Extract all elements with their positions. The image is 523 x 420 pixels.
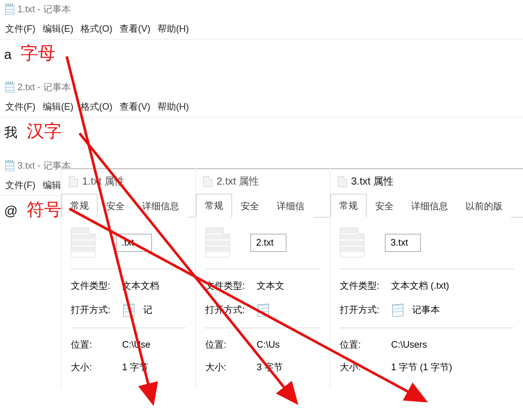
notepad-window-2: 2.txt - 记事本 文件(F) 编辑(E) 格式(O) 查看(V) 帮助(H… bbox=[0, 78, 523, 148]
file-type-value: 文本文 bbox=[257, 279, 320, 292]
file-type-value: 文本文档 (.txt) bbox=[391, 279, 514, 292]
editor-area[interactable]: 我 汉字 bbox=[0, 117, 523, 148]
menu-format[interactable]: 格式(O) bbox=[81, 23, 112, 35]
properties-dialog-2: 2.txt 属性 常规 安全 详细信 2.txt 文件类型: 文本文 打开方式:… bbox=[196, 168, 330, 389]
open-with-value: 记事本 bbox=[391, 302, 514, 317]
document-thumb-icon bbox=[205, 228, 230, 257]
file-icon bbox=[338, 176, 347, 187]
tab-security[interactable]: 安全 bbox=[98, 194, 133, 217]
tab-security[interactable]: 安全 bbox=[366, 194, 402, 217]
menu-view[interactable]: 查看(V) bbox=[120, 23, 150, 35]
location-label: 位置: bbox=[205, 338, 257, 351]
menu-edit[interactable]: 编辑(E) bbox=[43, 23, 73, 35]
file-type-label: 文件类型: bbox=[205, 279, 257, 292]
size-value: 1 字节 bbox=[122, 361, 186, 373]
tab-general[interactable]: 常规 bbox=[196, 194, 232, 217]
menu-view[interactable]: 查看(V) bbox=[120, 101, 150, 113]
location-value: C:\Use bbox=[122, 339, 186, 350]
tab-bar: 常规 安全 详细信 bbox=[196, 193, 330, 217]
title-bar[interactable]: 2.txt - 记事本 bbox=[0, 78, 523, 96]
menu-bar: 文件(F) 编辑(E) 格式(O) 查看(V) 帮助(H) bbox=[0, 18, 523, 39]
notepad-small-icon bbox=[391, 302, 406, 317]
properties-dialog-1: 1.txt 属性 常规 安全 详细信息 .txt 文件类型: 文本文档 打开方式… bbox=[62, 168, 195, 389]
notepad-app-icon bbox=[5, 160, 14, 171]
document-thumb-icon bbox=[71, 228, 95, 257]
notepad-app-icon bbox=[5, 82, 14, 93]
editor-text: a bbox=[4, 47, 11, 63]
menu-format[interactable]: 格式(O) bbox=[81, 101, 112, 113]
filename-input[interactable]: 3.txt bbox=[385, 234, 421, 252]
tab-details[interactable]: 详细信息 bbox=[402, 194, 457, 217]
notepad-small-icon bbox=[122, 302, 138, 317]
dialog-title-bar[interactable]: 1.txt 属性 bbox=[62, 169, 195, 193]
dialog-title: 2.txt 属性 bbox=[217, 174, 259, 188]
size-value: 3 字节 bbox=[257, 361, 320, 373]
window-title: 2.txt - 记事本 bbox=[17, 81, 71, 93]
size-label: 大小: bbox=[71, 361, 122, 373]
properties-dialog-3: 3.txt 属性 常规 安全 详细信息 以前的版 3.txt 文件类型: 文本文… bbox=[331, 168, 523, 389]
open-with-label: 打开方式: bbox=[205, 304, 257, 316]
notepad-window-1: 1.txt - 记事本 文件(F) 编辑(E) 格式(O) 查看(V) 帮助(H… bbox=[0, 0, 523, 70]
dialog-title-bar[interactable]: 2.txt 属性 bbox=[196, 169, 330, 193]
menu-file[interactable]: 文件(F) bbox=[5, 179, 35, 191]
annotation-hanzi: 汉字 bbox=[27, 119, 62, 143]
tab-details[interactable]: 详细信 bbox=[268, 194, 313, 217]
file-type-label: 文件类型: bbox=[340, 279, 391, 292]
tab-bar: 常规 安全 详细信息 以前的版 bbox=[331, 193, 523, 217]
location-label: 位置: bbox=[340, 338, 391, 351]
size-value: 1 字节 (1 字节) bbox=[391, 361, 514, 373]
tab-security[interactable]: 安全 bbox=[232, 194, 268, 217]
editor-text: @ bbox=[4, 203, 17, 219]
dialog-title-bar[interactable]: 3.txt 属性 bbox=[331, 169, 523, 193]
dialog-title: 1.txt 属性 bbox=[82, 174, 125, 188]
title-bar[interactable]: 1.txt - 记事本 bbox=[0, 0, 523, 18]
file-type-value: 文本文档 bbox=[122, 279, 186, 292]
menu-file[interactable]: 文件(F) bbox=[5, 23, 35, 35]
annotation-letter: 字母 bbox=[21, 42, 55, 65]
file-icon bbox=[69, 176, 78, 187]
filename-input[interactable]: 2.txt bbox=[250, 234, 286, 252]
menu-edit[interactable]: 编辑(E) bbox=[43, 101, 73, 113]
file-type-label: 文件类型: bbox=[71, 279, 122, 292]
menu-edit[interactable]: 编辑 bbox=[43, 179, 61, 191]
tab-bar: 常规 安全 详细信息 bbox=[62, 193, 195, 217]
document-thumb-icon bbox=[340, 228, 364, 257]
size-label: 大小: bbox=[205, 361, 257, 373]
filename-input[interactable]: .txt bbox=[116, 234, 152, 252]
tab-details[interactable]: 详细信息 bbox=[133, 194, 188, 217]
editor-area[interactable]: a 字母 bbox=[0, 39, 523, 70]
location-value: C:\Us bbox=[257, 339, 320, 350]
tab-general[interactable]: 常规 bbox=[62, 194, 98, 217]
open-with-label: 打开方式: bbox=[71, 304, 122, 316]
open-with-value: 记 bbox=[122, 302, 186, 317]
dialog-title: 3.txt 属性 bbox=[351, 174, 394, 188]
editor-text: 我 bbox=[4, 124, 17, 142]
dialog-body: .txt 文件类型: 文本文档 打开方式: 记 位置: C:\Use 大小: 1… bbox=[62, 217, 195, 389]
tab-previous[interactable]: 以前的版 bbox=[457, 194, 511, 217]
size-label: 大小: bbox=[340, 361, 391, 373]
dialog-body: 2.txt 文件类型: 文本文 打开方式: 位置: C:\Us 大小: 3 字节 bbox=[196, 217, 330, 389]
annotation-symbol: 符号 bbox=[27, 198, 62, 222]
tab-general[interactable]: 常规 bbox=[331, 194, 366, 217]
dialog-body: 3.txt 文件类型: 文本文档 (.txt) 打开方式: 记事本 位置: C:… bbox=[331, 217, 523, 389]
menu-help[interactable]: 帮助(H) bbox=[158, 101, 189, 113]
window-title: 1.txt - 记事本 bbox=[17, 3, 71, 15]
notepad-small-icon bbox=[257, 302, 272, 317]
menu-bar: 文件(F) 编辑(E) 格式(O) 查看(V) 帮助(H) bbox=[0, 96, 523, 117]
location-label: 位置: bbox=[71, 338, 122, 351]
location-value: C:\Users bbox=[391, 339, 514, 350]
open-with-label: 打开方式: bbox=[340, 304, 391, 316]
notepad-app-icon bbox=[5, 4, 14, 15]
menu-help[interactable]: 帮助(H) bbox=[158, 23, 189, 35]
open-with-value bbox=[257, 302, 320, 317]
file-icon bbox=[203, 176, 212, 187]
menu-file[interactable]: 文件(F) bbox=[5, 101, 35, 113]
